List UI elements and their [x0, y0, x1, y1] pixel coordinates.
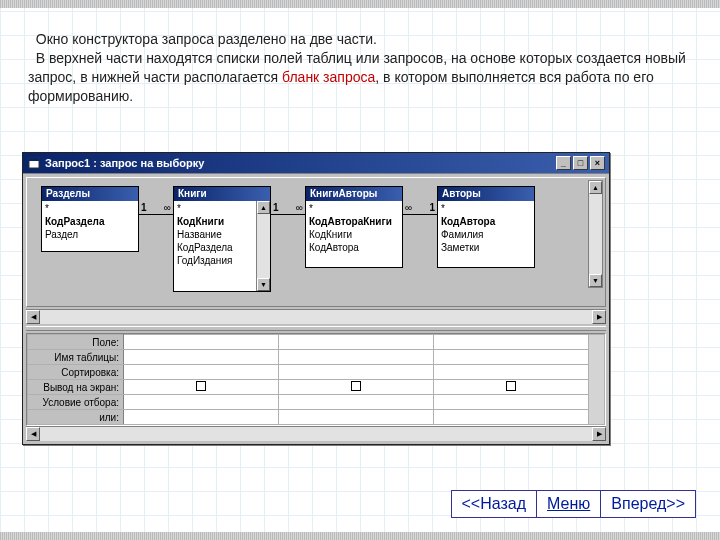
scroll-right-icon[interactable]: ▶	[592, 427, 606, 441]
maximize-button[interactable]: □	[573, 156, 588, 170]
table-title: КнигиАвторы	[306, 187, 402, 201]
splitter[interactable]	[26, 326, 606, 331]
show-checkbox[interactable]	[196, 381, 206, 391]
grid-row-criteria: Условие отбора:	[28, 395, 605, 410]
grid-row-or: или:	[28, 410, 605, 425]
nav-menu-button[interactable]: Меню	[536, 490, 601, 518]
svg-rect-1	[29, 158, 39, 161]
query-grid[interactable]: Поле: Имя таблицы: Сортировка: Вывод на …	[27, 334, 605, 425]
field-list[interactable]: * КодКниги Название КодРаздела ГодИздани…	[174, 201, 256, 291]
nav-bar: <<Назад Меню Вперед>>	[452, 490, 696, 518]
table-box-knigiavtory[interactable]: КнигиАвторы * КодАвтораКниги КодКниги Ко…	[305, 186, 403, 268]
tables-pane[interactable]: Разделы * КодРаздела Раздел 1 ∞ Книги	[26, 177, 606, 307]
title-bar[interactable]: Запрос1 : запрос на выборку _ □ ×	[23, 153, 609, 173]
pane-v-scrollbar[interactable]: ▲ ▼	[588, 180, 603, 288]
scroll-down-icon[interactable]: ▼	[589, 274, 602, 287]
nav-forward-button[interactable]: Вперед>>	[600, 490, 696, 518]
table-title: Книги	[174, 187, 270, 201]
close-button[interactable]: ×	[590, 156, 605, 170]
show-checkbox[interactable]	[506, 381, 516, 391]
scroll-right-icon[interactable]: ▶	[592, 310, 606, 324]
scroll-left-icon[interactable]: ◀	[26, 310, 40, 324]
field-list[interactable]: * КодАвтора Фамилия Заметки	[438, 201, 534, 267]
scroll-up-icon[interactable]: ▲	[257, 201, 270, 214]
scroll-down-icon[interactable]: ▼	[257, 278, 270, 291]
relation-link: 1 ∞	[139, 186, 173, 286]
grid-v-scrollbar[interactable]	[589, 335, 605, 425]
field-list[interactable]: * КодРаздела Раздел	[42, 201, 138, 251]
grid-row-field: Поле:	[28, 335, 605, 350]
table-box-avtory[interactable]: Авторы * КодАвтора Фамилия Заметки	[437, 186, 535, 268]
grid-h-scrollbar[interactable]: ◀ ▶	[26, 426, 606, 441]
query-designer-window: Запрос1 : запрос на выборку _ □ × Раздел…	[22, 152, 610, 445]
scroll-left-icon[interactable]: ◀	[26, 427, 40, 441]
show-checkbox[interactable]	[351, 381, 361, 391]
table-title: Разделы	[42, 187, 138, 201]
table-box-knigi[interactable]: Книги * КодКниги Название КодРаздела Год…	[173, 186, 271, 292]
relation-link: ∞ 1	[403, 186, 437, 286]
grid-row-table: Имя таблицы:	[28, 350, 605, 365]
nav-back-button[interactable]: <<Назад	[451, 490, 538, 518]
query-grid-pane[interactable]: Поле: Имя таблицы: Сортировка: Вывод на …	[26, 333, 606, 441]
list-scrollbar[interactable]: ▲ ▼	[256, 201, 270, 291]
description-text: Окно конструктора запроса разделено на д…	[28, 30, 700, 106]
field-list[interactable]: * КодАвтораКниги КодКниги КодАвтора	[306, 201, 402, 267]
table-title: Авторы	[438, 187, 534, 201]
pane-h-scrollbar[interactable]: ◀ ▶	[26, 309, 606, 324]
minimize-button[interactable]: _	[556, 156, 571, 170]
grid-row-sort: Сортировка:	[28, 365, 605, 380]
scroll-up-icon[interactable]: ▲	[589, 181, 602, 194]
query-icon	[27, 156, 41, 170]
relation-link: 1 ∞	[271, 186, 305, 286]
table-box-razdely[interactable]: Разделы * КодРаздела Раздел	[41, 186, 139, 252]
grid-row-show: Вывод на экран:	[28, 380, 605, 395]
window-title: Запрос1 : запрос на выборку	[45, 157, 556, 169]
